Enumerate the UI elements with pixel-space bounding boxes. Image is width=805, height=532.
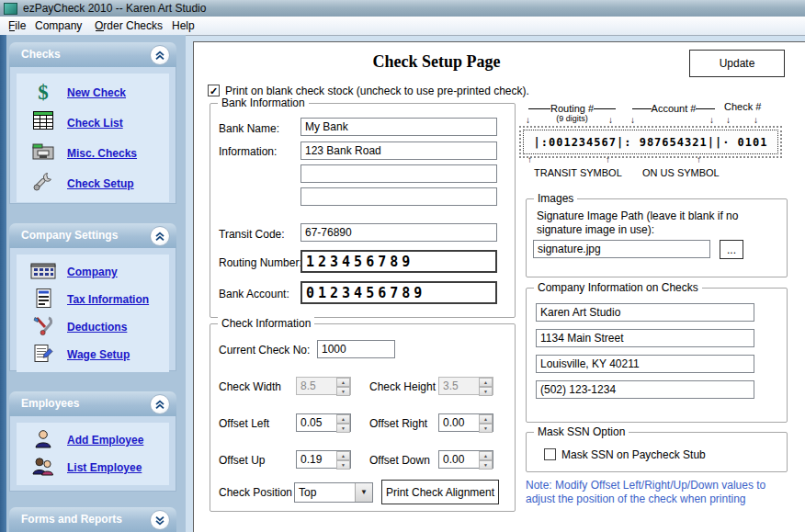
spin-down-icon: ▼ <box>336 387 350 396</box>
sidebar-item-wage-setup[interactable]: Wage Setup <box>17 341 169 368</box>
menu-help[interactable]: Help <box>169 18 198 33</box>
spin-down-icon[interactable]: ▼ <box>336 424 350 433</box>
update-button[interactable]: Update <box>689 50 785 77</box>
spin-down-icon[interactable]: ▼ <box>479 460 493 470</box>
arrow-down-icon: ↓ <box>709 116 714 125</box>
bank-name-input[interactable] <box>300 118 497 136</box>
misc-checks-icon <box>28 141 59 165</box>
signature-path-input[interactable] <box>533 240 710 258</box>
sidebar-item-label: Wage Setup <box>67 348 130 361</box>
company-phone-input[interactable] <box>536 380 754 399</box>
sidebar-item-deductions[interactable]: Deductions <box>17 313 169 341</box>
spin-up-icon[interactable]: ▲ <box>479 451 493 460</box>
sidebar-item-label: Check Setup <box>67 177 134 190</box>
sidebar-item-list-employee[interactable]: List Employee <box>17 454 169 481</box>
check-list-icon <box>28 110 59 135</box>
sidebar-item-label: Deductions <box>67 321 127 334</box>
sidebar-item-add-employee[interactable]: Add Employee <box>17 426 169 454</box>
bank-information-input-1[interactable] <box>300 141 497 160</box>
section-title: Company Settings <box>21 229 118 242</box>
people-icon <box>28 457 59 480</box>
mask-ssn-label: Mask SSN on Paycheck Stub <box>561 448 706 461</box>
sidebar-item-misc-checks[interactable]: Misc. Checks <box>17 138 169 168</box>
dropdown-arrow-icon: ▼ <box>355 483 372 502</box>
bank-information-input-3[interactable] <box>300 187 497 206</box>
offset-left-label: Offset Left <box>219 417 269 430</box>
sidebar-item-new-check[interactable]: $ New Check <box>17 77 169 108</box>
on-us-symbol-label: ON US SYMBOL <box>642 167 720 178</box>
arrow-up-icon: ↑ <box>697 155 701 164</box>
sidebar-item-tax-information[interactable]: Tax Information <box>17 286 169 313</box>
sidebar-panel-employees: Add Employee List Employee <box>9 416 176 492</box>
collapse-button[interactable] <box>150 394 170 414</box>
group-title: Company Information on Checks <box>534 281 702 294</box>
routing-digits-sublabel: (9 digits) <box>528 114 616 123</box>
sidebar-item-check-setup[interactable]: Check Setup <box>17 168 169 198</box>
checkmark-icon: ✓ <box>210 85 218 96</box>
browse-button[interactable]: ... <box>720 240 743 259</box>
sidebar-item-label: List Employee <box>67 461 142 474</box>
offset-note: Note: Modify Offset Left/Right/Up/Down v… <box>526 479 798 506</box>
sidebar-section-employees-header: Employees <box>9 391 176 416</box>
offset-right-stepper[interactable]: 0.00 ▲▼ <box>438 413 493 432</box>
transit-code-input[interactable] <box>300 223 497 242</box>
app-window: ezPayCheck 2010 -- Karen Art Studio File… <box>0 0 805 532</box>
routing-number-label: Routing Number: <box>219 256 302 269</box>
spin-down-icon[interactable]: ▼ <box>336 460 350 470</box>
expand-button[interactable] <box>150 510 170 530</box>
sidebar-item-label: Add Employee <box>67 434 143 447</box>
offset-up-stepper[interactable]: 0.19 ▲▼ <box>296 450 351 469</box>
bank-information-input-2[interactable] <box>300 164 497 183</box>
collapse-button[interactable] <box>150 226 170 246</box>
print-blank-stock-checkbox[interactable]: ✓ <box>208 85 220 96</box>
page-title: Check Setup Page <box>271 52 602 72</box>
current-check-no-input[interactable] <box>317 340 395 358</box>
offset-down-stepper[interactable]: 0.00 ▲▼ <box>438 450 493 469</box>
current-check-no-label: Current Check No: <box>219 344 310 357</box>
company-name-input[interactable] <box>536 303 754 322</box>
title-bar: ezPayCheck 2010 -- Karen Art Studio <box>0 0 805 17</box>
spin-up-icon[interactable]: ▲ <box>479 414 493 424</box>
mask-ssn-checkbox[interactable] <box>544 448 556 460</box>
offset-left-stepper[interactable]: 0.05 ▲▼ <box>296 413 351 432</box>
transit-code-label: Transit Code: <box>219 228 285 241</box>
spin-up-icon[interactable]: ▲ <box>336 451 350 460</box>
arrow-down-icon: ↓ <box>726 116 731 125</box>
company-street-input[interactable] <box>536 329 754 347</box>
company-building-icon <box>28 261 59 283</box>
spin-up-icon: ▲ <box>336 378 350 387</box>
sidebar-section-company-settings-header: Company Settings <box>9 223 176 248</box>
arrow-down-icon: ↓ <box>526 116 530 125</box>
collapse-button[interactable] <box>150 45 170 65</box>
check-width-label: Check Width <box>219 380 281 393</box>
check-position-dropdown[interactable]: Top ▼ <box>294 482 373 503</box>
mnemonic-underline <box>9 30 15 31</box>
check-width-stepper: 8.5 ▲▼ <box>296 377 351 395</box>
bank-account-input[interactable] <box>300 281 497 304</box>
arrow-up-icon: ↑ <box>606 155 610 164</box>
chevron-up-icon <box>154 232 165 242</box>
spin-down-icon: ▼ <box>479 387 493 396</box>
signature-path-label: Signature Image Path (leave it blank if … <box>537 209 768 237</box>
bank-account-label: Bank Account: <box>219 288 289 300</box>
offset-up-label: Offset Up <box>219 454 265 467</box>
arrow-up-icon: ↑ <box>527 155 532 164</box>
dollar-icon: $ <box>28 81 59 105</box>
spin-up-icon[interactable]: ▲ <box>336 414 350 424</box>
arrow-down-icon: ↓ <box>630 116 635 125</box>
transit-symbol-label: TRANSIT SYMBOL <box>534 167 622 178</box>
routing-hash-label: Routing # <box>550 103 594 114</box>
sidebar-item-label: Check List <box>67 117 123 130</box>
tools-icon <box>28 315 59 340</box>
sidebar-item-check-list[interactable]: Check List <box>17 108 169 138</box>
print-blank-stock-label: Print on blank check stock (uncheck to u… <box>225 85 529 97</box>
menu-company[interactable]: Company <box>32 18 85 33</box>
spin-down-icon[interactable]: ▼ <box>479 424 493 433</box>
print-check-alignment-button[interactable]: Print Check Alignment <box>381 480 499 504</box>
sidebar-section-forms-reports-header: Forms and Reports <box>9 507 176 532</box>
section-title: Forms and Reports <box>21 513 122 526</box>
sidebar-item-company[interactable]: Company <box>17 258 169 286</box>
wrench-icon <box>28 171 59 196</box>
routing-number-input[interactable] <box>300 250 497 273</box>
company-city-input[interactable] <box>536 355 754 373</box>
